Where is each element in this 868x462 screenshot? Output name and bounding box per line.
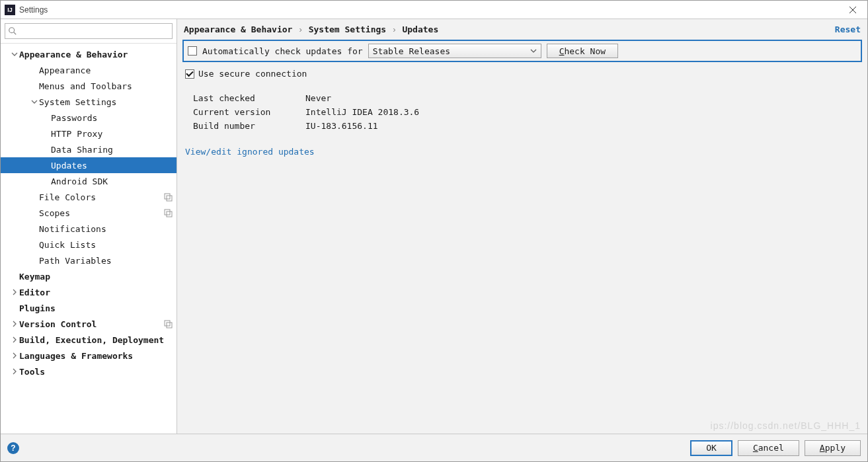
search-icon xyxy=(8,26,17,36)
reset-link[interactable]: Reset xyxy=(835,24,861,34)
content-panel: Appearance & Behavior›System Settings›Up… xyxy=(177,19,867,434)
breadcrumb: Appearance & Behavior›System Settings›Up… xyxy=(184,24,438,34)
info-key: Current version xyxy=(193,107,305,117)
tree-item-label: Keymap xyxy=(19,272,50,282)
tree-item-label: Build, Execution, Deployment xyxy=(19,335,164,345)
svg-rect-8 xyxy=(165,321,170,326)
chevron-right-icon[interactable] xyxy=(10,288,19,297)
apply-button[interactable]: Apply xyxy=(805,440,861,456)
tree-item-http-proxy[interactable]: HTTP Proxy xyxy=(1,126,177,141)
tree-item-label: Updates xyxy=(51,161,87,171)
arrow-placeholder xyxy=(42,176,51,186)
cancel-button[interactable]: Cancel xyxy=(738,440,799,456)
chevron-right-icon[interactable] xyxy=(10,351,19,360)
tree-item-keymap[interactable]: Keymap xyxy=(1,268,177,284)
chevron-down-icon xyxy=(530,48,537,54)
ok-button[interactable]: OK xyxy=(690,440,732,456)
tree-item-path-variables[interactable]: Path Variables xyxy=(1,252,177,268)
breadcrumb-separator: › xyxy=(393,24,395,34)
tree-item-label: Appearance xyxy=(39,65,91,75)
info-key: Build number xyxy=(193,121,305,131)
tree-item-system-settings[interactable]: System Settings xyxy=(1,94,177,110)
chevron-down-icon[interactable] xyxy=(30,97,39,106)
check-now-rest: heck Now xyxy=(564,46,606,56)
tree-item-scopes[interactable]: Scopes xyxy=(1,205,177,221)
tree-item-build-execution-deployment[interactable]: Build, Execution, Deployment xyxy=(1,332,177,348)
sidebar: Appearance & BehaviorAppearanceMenus and… xyxy=(1,19,177,434)
arrow-placeholder xyxy=(42,113,51,122)
breadcrumb-separator: › xyxy=(299,24,301,34)
arrow-placeholder xyxy=(10,272,19,281)
arrow-placeholder xyxy=(30,192,39,202)
auto-check-checkbox[interactable] xyxy=(188,46,197,56)
tree-item-languages-frameworks[interactable]: Languages & Frameworks xyxy=(1,348,177,364)
arrow-placeholder xyxy=(30,208,39,217)
tree-item-plugins[interactable]: Plugins xyxy=(1,300,177,316)
tree-item-data-sharing[interactable]: Data Sharing xyxy=(1,141,177,157)
tree-item-label: HTTP Proxy xyxy=(51,129,102,139)
info-key: Last checked xyxy=(193,93,305,103)
ignored-updates-link[interactable]: View/edit ignored updates xyxy=(185,147,859,157)
svg-rect-7 xyxy=(167,212,172,217)
tree-item-label: Scopes xyxy=(39,208,70,218)
tree-item-label: Path Variables xyxy=(39,256,112,266)
tree-item-label: Languages & Frameworks xyxy=(19,351,133,361)
secure-row: Use secure connection xyxy=(185,69,859,79)
arrow-placeholder xyxy=(10,303,19,313)
release-channel-value: Stable Releases xyxy=(373,46,530,56)
chevron-right-icon[interactable] xyxy=(10,319,19,328)
svg-rect-9 xyxy=(167,323,172,328)
search-box[interactable] xyxy=(5,23,173,39)
close-icon xyxy=(849,7,856,13)
tree-item-label: Version Control xyxy=(19,319,97,329)
breadcrumb-part: Updates xyxy=(402,24,438,34)
tree-item-version-control[interactable]: Version Control xyxy=(1,316,177,332)
arrow-placeholder xyxy=(30,224,39,233)
search-input[interactable] xyxy=(19,26,169,37)
arrow-placeholder xyxy=(42,129,51,138)
breadcrumb-row: Appearance & Behavior›System Settings›Up… xyxy=(177,19,867,40)
help-button[interactable]: ? xyxy=(7,442,19,454)
tree-item-label: Tools xyxy=(19,367,45,377)
arrow-placeholder xyxy=(30,256,39,265)
check-now-button[interactable]: Check Now xyxy=(547,44,618,58)
window-title: Settings xyxy=(19,5,48,15)
tree-item-passwords[interactable]: Passwords xyxy=(1,110,177,126)
tree-item-editor[interactable]: Editor xyxy=(1,284,177,300)
tree-item-updates[interactable]: Updates xyxy=(1,157,177,173)
arrow-placeholder xyxy=(42,161,51,170)
info-value: Never xyxy=(305,93,859,103)
tree-item-label: Menus and Toolbars xyxy=(39,81,132,91)
dialog-footer: ? OK Cancel Apply xyxy=(1,434,867,461)
chevron-down-icon[interactable] xyxy=(10,50,19,59)
release-channel-dropdown[interactable]: Stable Releases xyxy=(368,44,541,58)
tree-item-label: Appearance & Behavior xyxy=(19,50,128,59)
svg-rect-6 xyxy=(165,210,170,215)
chevron-right-icon[interactable] xyxy=(10,335,19,344)
chevron-right-icon[interactable] xyxy=(10,367,19,376)
svg-line-3 xyxy=(14,32,17,35)
tree-item-android-sdk[interactable]: Android SDK xyxy=(1,173,177,189)
window-close-button[interactable] xyxy=(842,3,863,17)
tree-item-label: File Colors xyxy=(39,192,96,202)
project-override-icon xyxy=(163,319,173,328)
secure-connection-checkbox[interactable] xyxy=(185,69,194,79)
secure-connection-label: Use secure connection xyxy=(198,69,307,79)
tree-item-appearance[interactable]: Appearance xyxy=(1,62,177,78)
tree-item-label: Plugins xyxy=(19,303,56,313)
dialog-body: Appearance & BehaviorAppearanceMenus and… xyxy=(1,19,867,434)
auto-check-label: Automatically check updates for xyxy=(202,46,363,56)
tree-item-notifications[interactable]: Notifications xyxy=(1,221,177,237)
breadcrumb-part: System Settings xyxy=(309,24,386,34)
svg-rect-5 xyxy=(167,196,172,201)
tree-item-file-colors[interactable]: File Colors xyxy=(1,189,177,205)
breadcrumb-part: Appearance & Behavior xyxy=(184,24,292,34)
tree-item-appearance-behavior[interactable]: Appearance & Behavior xyxy=(1,46,177,62)
svg-rect-4 xyxy=(165,194,170,199)
tree-item-menus-and-toolbars[interactable]: Menus and Toolbars xyxy=(1,78,177,94)
tree-item-quick-lists[interactable]: Quick Lists xyxy=(1,237,177,252)
tree-item-tools[interactable]: Tools xyxy=(1,364,177,379)
tree-item-label: System Settings xyxy=(39,97,116,107)
tree-item-label: Notifications xyxy=(39,224,106,234)
search-row xyxy=(1,19,177,44)
